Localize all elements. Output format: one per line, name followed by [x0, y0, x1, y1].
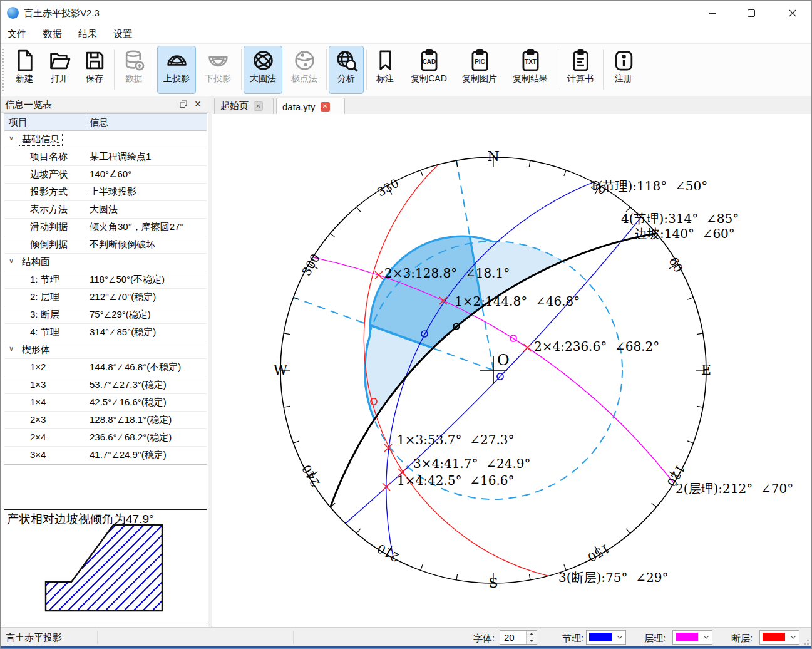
bedding-color-picker[interactable]	[672, 630, 712, 645]
table-row[interactable]: 2: 层理212°∠70°(稳定)	[4, 289, 207, 306]
table-row[interactable]: 3×441.7°∠24.9°(稳定)	[4, 447, 207, 464]
table-row[interactable]: 4: 节理314°∠85°(稳定)	[4, 324, 207, 341]
joint-color-picker[interactable]	[586, 630, 626, 645]
tab-data-yty[interactable]: data.yty ✕	[276, 98, 345, 115]
stereonet-canvas[interactable]: 3060120150210240300330 N E S W O	[212, 114, 811, 628]
statusbar-separator	[97, 631, 98, 644]
data-button[interactable]: 数据	[116, 46, 152, 94]
table-row[interactable]: 滑动判据倾夹角30°，摩擦圆27°	[4, 219, 207, 236]
chevron-down-icon	[791, 636, 796, 639]
column-header-info: 信息	[90, 117, 108, 128]
tab-start-page[interactable]: 起始页 ✕	[214, 98, 274, 114]
statusbar-app-name: 言土赤平投影	[6, 632, 62, 644]
rim-azimuth-label: 240	[299, 462, 322, 489]
row-item: 投影方式	[30, 186, 68, 198]
close-button[interactable]	[778, 1, 807, 26]
tab-close-icon[interactable]: ✕	[321, 102, 330, 112]
group-label[interactable]: 结构面	[19, 256, 53, 268]
menu-file[interactable]: 文件	[1, 26, 33, 43]
table-row[interactable]: 1: 节理118°∠50°(不稳定)	[4, 271, 207, 289]
open-folder-icon	[48, 49, 71, 72]
analyze-button[interactable]: 分析	[329, 46, 364, 94]
copy-picture-button[interactable]: PIC 复制图片	[456, 46, 503, 94]
table-row[interactable]: 2×4236.6°∠68.2°(稳定)	[4, 429, 207, 447]
cardinal-s: S	[488, 575, 498, 591]
row-item: 表示方法	[30, 204, 68, 215]
analyze-globe-magnifier-icon	[335, 49, 358, 72]
toolbar-separator	[558, 49, 558, 90]
row-info: 144.8°∠46.8°(不稳定)	[90, 361, 181, 373]
table-row[interactable]: 2×3128.8°∠18.1°(稳定)	[4, 412, 207, 429]
table-row[interactable]: ∨楔形体	[4, 341, 207, 359]
menu-settings[interactable]: 设置	[106, 26, 139, 43]
table-row[interactable]: ∨结构面	[4, 254, 207, 271]
row-item: 项目名称	[30, 151, 68, 163]
float-panel-icon[interactable]	[180, 100, 187, 108]
table-row[interactable]: ∨基础信息	[4, 131, 207, 148]
info-panel-header[interactable]: 信息一览表 ✕	[1, 96, 208, 113]
tab-close-icon[interactable]: ✕	[254, 101, 263, 111]
register-button[interactable]: 注册	[605, 46, 642, 94]
rim-azimuth-label: 60	[666, 255, 686, 275]
pole-method-button[interactable]: 极点法	[285, 46, 324, 94]
minimize-button[interactable]	[698, 1, 727, 26]
table-row[interactable]: 3: 断层75°∠29°(稳定)	[4, 306, 207, 324]
font-size-value: 20	[504, 632, 515, 643]
annotate-button[interactable]: 标注	[367, 46, 403, 94]
menu-data[interactable]: 数据	[36, 26, 68, 43]
menu-result[interactable]: 结果	[71, 26, 104, 43]
great-circle-method-button[interactable]: 大圆法	[244, 46, 282, 94]
panel-close-icon[interactable]: ✕	[193, 100, 202, 108]
calc-report-button[interactable]: 计算书	[560, 46, 600, 94]
table-row[interactable]: 1×442.5°∠16.6°(稳定)	[4, 394, 207, 412]
window-accent-edge	[1, 646, 811, 648]
expand-icon[interactable]: ∨	[9, 134, 14, 142]
cardinal-w: W	[274, 362, 288, 378]
fault-color-swatch	[763, 633, 785, 641]
fault-color-label: 断层:	[731, 633, 753, 645]
toolbar-separator	[114, 49, 115, 90]
label-joint1: 1(节理):118° ∠50°	[590, 179, 707, 194]
new-button[interactable]: 新建	[7, 46, 42, 94]
expand-icon[interactable]: ∨	[9, 345, 14, 353]
table-row[interactable]: 1×2144.8°∠46.8°(不稳定)	[4, 359, 207, 376]
font-size-spinner[interactable]: 20	[500, 630, 537, 645]
table-row[interactable]: 倾倒判据不判断倾倒破坏	[4, 236, 207, 254]
label-fault3: 3(断层):75° ∠29°	[558, 570, 668, 585]
copy-cad-button[interactable]: CAD 复制CAD	[408, 46, 450, 94]
upper-projection-button[interactable]: 上投影	[157, 46, 196, 94]
table-row[interactable]: 1×353.7°∠27.3°(稳定)	[4, 376, 207, 394]
maximize-icon	[748, 9, 755, 17]
report-icon	[569, 49, 592, 72]
toolbar: 新建 打开 保存 数据 上投影 下投影 大圆法	[1, 43, 811, 98]
row-item: 2×4	[30, 432, 46, 442]
column-divider[interactable]	[86, 114, 86, 130]
group-label[interactable]: 基础信息	[19, 133, 62, 145]
info-icon	[612, 49, 635, 72]
fault-color-picker[interactable]	[759, 630, 799, 645]
svg-text:PIC: PIC	[475, 58, 485, 65]
tab-label: 起始页	[220, 100, 249, 112]
resize-grip[interactable]	[803, 638, 809, 645]
font-size-label: 字体:	[473, 633, 495, 645]
label-wedge-1x2: 1×2:144.8° ∠46.8°	[455, 294, 580, 309]
table-row[interactable]: 边坡产状140°∠60°	[4, 166, 207, 184]
toolbar-grip[interactable]	[2, 49, 4, 92]
spin-down-button[interactable]	[527, 638, 537, 645]
save-button[interactable]: 保存	[77, 46, 112, 94]
expand-icon[interactable]: ∨	[9, 257, 14, 265]
clipboard-pic-icon: PIC	[468, 49, 491, 72]
group-label[interactable]: 楔形体	[19, 344, 53, 356]
table-row[interactable]: 表示方法大圆法	[4, 201, 207, 219]
bookmark-icon	[374, 49, 397, 72]
open-button[interactable]: 打开	[42, 46, 77, 94]
table-row[interactable]: 项目名称某工程调绘点1	[4, 148, 207, 166]
status-bar: 言土赤平投影 字体: 20 节理: 层理: 断层:	[1, 627, 811, 648]
toolbar-separator	[241, 49, 242, 90]
maximize-button[interactable]	[737, 1, 766, 26]
table-row[interactable]: 投影方式上半球投影	[4, 184, 207, 201]
copy-result-button[interactable]: TXT 复制结果	[506, 46, 554, 94]
row-info: 不判断倾倒破坏	[90, 239, 155, 251]
lower-projection-button[interactable]: 下投影	[198, 46, 237, 94]
statusbar-separator	[293, 631, 294, 644]
